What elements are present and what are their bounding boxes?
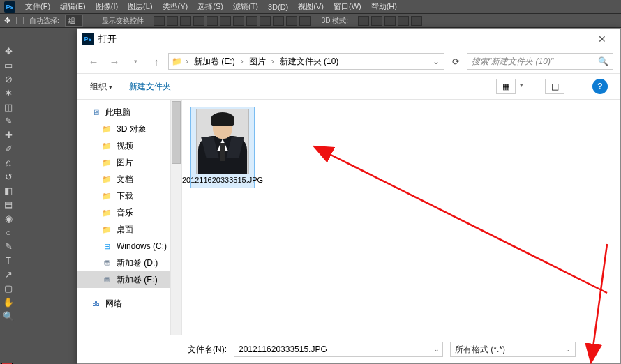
nav-recent-icon[interactable]: ▾	[126, 54, 144, 69]
tree-network[interactable]: 🖧网络	[77, 295, 181, 312]
tree-downloads[interactable]: 📁下载	[77, 188, 181, 204]
menu-type[interactable]: 类型(Y)	[163, 1, 188, 12]
tree-label: 下载	[117, 190, 133, 202]
help-icon[interactable]: ?	[592, 79, 608, 94]
chevron-down-icon[interactable]: ⌄	[434, 346, 440, 353]
tree-scrollbar[interactable]: ▴	[170, 100, 181, 335]
nav-forward-icon[interactable]: →	[105, 54, 124, 69]
tree-music[interactable]: 📁音乐	[77, 204, 181, 221]
marquee-tool-icon[interactable]: ▭	[2, 59, 15, 71]
auto-select-checkbox[interactable]	[16, 17, 24, 24]
pen-tool-icon[interactable]: ✎	[2, 240, 15, 252]
crop-tool-icon[interactable]: ◫	[2, 100, 15, 113]
filetype-select[interactable]: 所有格式 (*.*) ⌄	[450, 342, 576, 357]
tree-drive-c[interactable]: ⊞Windows (C:)	[77, 238, 181, 255]
ps-dialog-icon: Ps	[82, 33, 94, 45]
nav-up-icon[interactable]: ↑	[147, 54, 165, 69]
dialog-footer: 文件名(N): 201211620333515.JPG ⌄ 所有格式 (*.*)…	[77, 335, 620, 363]
chevron-right-icon[interactable]: ›	[269, 56, 276, 66]
chevron-right-icon[interactable]: ›	[184, 56, 190, 66]
blur-tool-icon[interactable]: ◉	[2, 212, 15, 225]
tree-label: 桌面	[117, 224, 133, 236]
shape-tool-icon[interactable]: ▢	[2, 282, 15, 294]
move-tool-icon: ✥	[4, 16, 10, 25]
tree-videos[interactable]: 📁视频	[77, 137, 181, 154]
tree-label: Windows (C:)	[117, 241, 167, 251]
tree-this-pc[interactable]: 🖥此电脑	[77, 104, 181, 121]
eyedropper-tool-icon[interactable]: ✎	[2, 114, 15, 127]
menu-file[interactable]: 文件(F)	[25, 1, 50, 12]
menu-filter[interactable]: 滤镜(T)	[233, 1, 258, 12]
drive-icon: ⛃	[101, 275, 112, 285]
menu-3d[interactable]: 3D(D)	[268, 3, 288, 11]
show-transform-label: 显示变换控件	[102, 16, 144, 26]
refresh-icon[interactable]: ⟳	[447, 53, 464, 70]
heal-tool-icon[interactable]: ✚	[2, 128, 15, 141]
menu-window[interactable]: 窗口(W)	[334, 1, 361, 12]
tree-drive-e[interactable]: ⛃新加卷 (E:)	[77, 271, 181, 288]
menu-select[interactable]: 选择(S)	[197, 1, 223, 12]
file-item[interactable]: 201211620333515.JPG	[190, 107, 255, 188]
auto-select-label: 自动选择:	[29, 16, 59, 26]
crumb-drive[interactable]: 新加卷 (E:)	[192, 54, 237, 69]
search-input[interactable]: 搜索"新建文件夹 (10)" 🔍	[467, 53, 613, 70]
chevron-down-icon[interactable]: ▾	[520, 82, 523, 89]
tree-3d[interactable]: 📁3D 对象	[77, 121, 181, 137]
search-icon: 🔍	[598, 56, 608, 66]
dialog-nav: ← → ▾ ↑ 📁 › 新加卷 (E:) › 图片 › 新建文件夹 (10) ⌄…	[77, 50, 620, 73]
history-brush-icon[interactable]: ↺	[2, 170, 15, 183]
organize-menu[interactable]: 组织 ▾	[90, 81, 112, 93]
new-folder-button[interactable]: 新建文件夹	[129, 81, 171, 93]
ps-toolbar: ✥ ▭ ⊘ ✶ ◫ ✎ ✚ ✐ ⎌ ↺ ◧ ▤ ◉ ○ ✎ T ↗ ▢ ✋ 🔍	[0, 28, 17, 322]
select-mode[interactable]: 组	[65, 15, 83, 27]
text-tool-icon[interactable]: T	[2, 254, 15, 266]
move-tool-icon[interactable]: ✥	[2, 45, 15, 57]
close-icon[interactable]: ✕	[588, 33, 616, 45]
gradient-tool-icon[interactable]: ▤	[2, 198, 15, 211]
zoom-tool-icon[interactable]: 🔍	[2, 310, 15, 322]
file-name: 201211620333515.JPG	[182, 174, 263, 186]
drive-icon: ⛃	[101, 258, 112, 268]
crumb-folder2[interactable]: 新建文件夹 (10)	[278, 54, 341, 69]
dodge-tool-icon[interactable]: ○	[2, 226, 15, 238]
wand-tool-icon[interactable]: ✶	[2, 86, 15, 99]
dialog-titlebar: Ps 打开 ✕	[77, 29, 620, 50]
tree-drive-d[interactable]: ⛃新加卷 (D:)	[77, 255, 181, 271]
scrollbar-thumb[interactable]	[172, 101, 181, 164]
tree-desktop[interactable]: 📁桌面	[77, 221, 181, 238]
ps-logo-icon: Ps	[4, 1, 15, 13]
file-list[interactable]: 201211620333515.JPG	[182, 100, 620, 335]
tree-label: 图片	[117, 157, 133, 169]
brush-tool-icon[interactable]: ✐	[2, 142, 15, 155]
chevron-down-icon[interactable]: ⌄	[431, 56, 441, 66]
menu-edit[interactable]: 编辑(E)	[60, 1, 86, 12]
filename-value: 201211620333515.JPG	[239, 344, 327, 354]
tree-documents[interactable]: 📁文档	[77, 171, 181, 188]
view-mode-button[interactable]: ▦▾	[496, 79, 516, 94]
crumb-folder1[interactable]: 图片	[247, 54, 268, 69]
menu-image[interactable]: 图像(I)	[96, 1, 118, 12]
menu-view[interactable]: 视图(V)	[298, 1, 324, 12]
folder-icon: 📁	[101, 225, 112, 234]
mode3d-icons[interactable]	[358, 16, 422, 26]
open-file-dialog: Ps 打开 ✕ ← → ▾ ↑ 📁 › 新加卷 (E:) › 图片 › 新建文件…	[77, 28, 621, 364]
tree-pictures[interactable]: 📁图片	[77, 154, 181, 171]
stamp-tool-icon[interactable]: ⎌	[2, 156, 15, 169]
chevron-right-icon[interactable]: ›	[239, 56, 246, 66]
search-placeholder: 搜索"新建文件夹 (10)"	[472, 56, 598, 68]
dialog-title: 打开	[98, 33, 588, 45]
chevron-down-icon: ⌄	[565, 346, 571, 353]
menu-layer[interactable]: 图层(L)	[128, 1, 152, 12]
hand-tool-icon[interactable]: ✋	[2, 296, 15, 308]
show-transform-checkbox[interactable]	[89, 17, 96, 24]
align-icons[interactable]	[154, 16, 310, 26]
filename-input[interactable]: 201211620333515.JPG ⌄	[234, 342, 443, 357]
mode3d-label: 3D 模式:	[322, 16, 348, 26]
preview-pane-button[interactable]: ◫	[545, 79, 564, 94]
nav-back-icon[interactable]: ←	[84, 54, 103, 69]
path-tool-icon[interactable]: ↗	[2, 268, 15, 280]
lasso-tool-icon[interactable]: ⊘	[2, 73, 15, 85]
eraser-tool-icon[interactable]: ◧	[2, 184, 15, 197]
menu-help[interactable]: 帮助(H)	[371, 1, 397, 12]
breadcrumb-bar[interactable]: 📁 › 新加卷 (E:) › 图片 › 新建文件夹 (10) ⌄	[168, 53, 444, 70]
